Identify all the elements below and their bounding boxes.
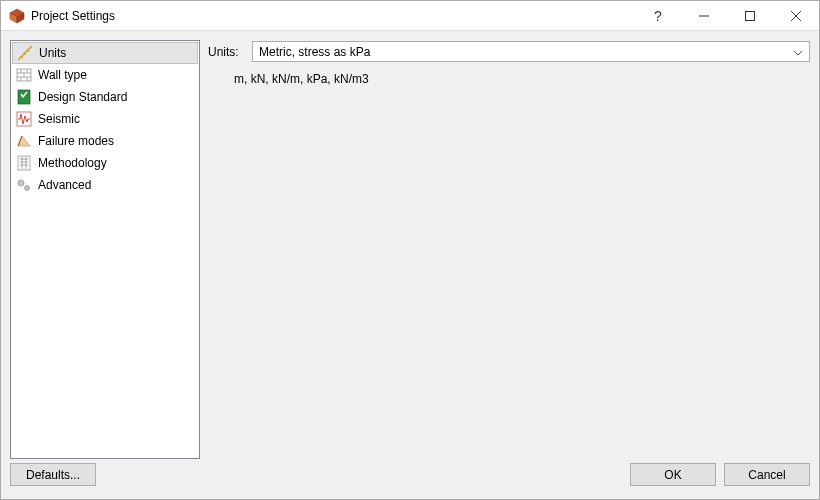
sidebar-item-label: Failure modes xyxy=(38,134,114,148)
close-button[interactable] xyxy=(773,1,819,31)
category-sidebar: Units Wall type Design Standard Seismic xyxy=(10,40,200,459)
titlebar: Project Settings ? xyxy=(1,1,819,31)
chevron-down-icon xyxy=(793,47,803,57)
gears-icon xyxy=(16,177,32,193)
sidebar-item-label: Methodology xyxy=(38,156,107,170)
sidebar-item-methodology[interactable]: Methodology xyxy=(12,152,198,174)
help-button[interactable]: ? xyxy=(635,1,681,31)
wall-icon xyxy=(16,67,32,83)
sidebar-item-label: Advanced xyxy=(38,178,91,192)
svg-rect-1 xyxy=(746,11,755,20)
units-row: Units: Metric, stress as kPa xyxy=(208,41,810,62)
sidebar-item-label: Seismic xyxy=(38,112,80,126)
maximize-button[interactable] xyxy=(727,1,773,31)
standard-icon xyxy=(16,89,32,105)
cancel-button[interactable]: Cancel xyxy=(724,463,810,486)
sidebar-item-label: Design Standard xyxy=(38,90,127,104)
failure-icon xyxy=(16,133,32,149)
svg-rect-20 xyxy=(18,156,30,170)
project-settings-dialog: Project Settings ? Units Wall ty xyxy=(0,0,820,500)
units-description: m, kN, kN/m, kPa, kN/m3 xyxy=(208,72,810,86)
svg-point-27 xyxy=(20,182,22,184)
sidebar-item-label: Wall type xyxy=(38,68,87,82)
window-title: Project Settings xyxy=(31,9,115,23)
methodology-icon xyxy=(16,155,32,171)
seismic-icon xyxy=(16,111,32,127)
app-icon xyxy=(9,8,25,24)
ok-button[interactable]: OK xyxy=(630,463,716,486)
minimize-button[interactable] xyxy=(681,1,727,31)
svg-marker-4 xyxy=(18,46,32,60)
units-select-value: Metric, stress as kPa xyxy=(259,45,370,59)
ruler-icon xyxy=(17,45,33,61)
dialog-footer: Defaults... OK Cancel xyxy=(1,459,819,499)
sidebar-item-seismic[interactable]: Seismic xyxy=(12,108,198,130)
sidebar-item-design-standard[interactable]: Design Standard xyxy=(12,86,198,108)
sidebar-item-failure-modes[interactable]: Failure modes xyxy=(12,130,198,152)
svg-point-29 xyxy=(26,187,28,189)
sidebar-item-units[interactable]: Units xyxy=(12,42,198,64)
dialog-body: Units Wall type Design Standard Seismic xyxy=(1,31,819,459)
sidebar-item-label: Units xyxy=(39,46,66,60)
units-select[interactable]: Metric, stress as kPa xyxy=(252,41,810,62)
units-label: Units: xyxy=(208,45,244,59)
defaults-button[interactable]: Defaults... xyxy=(10,463,96,486)
content-panel: Units: Metric, stress as kPa m, kN, kN/m… xyxy=(208,40,810,459)
sidebar-item-advanced[interactable]: Advanced xyxy=(12,174,198,196)
sidebar-item-wall-type[interactable]: Wall type xyxy=(12,64,198,86)
